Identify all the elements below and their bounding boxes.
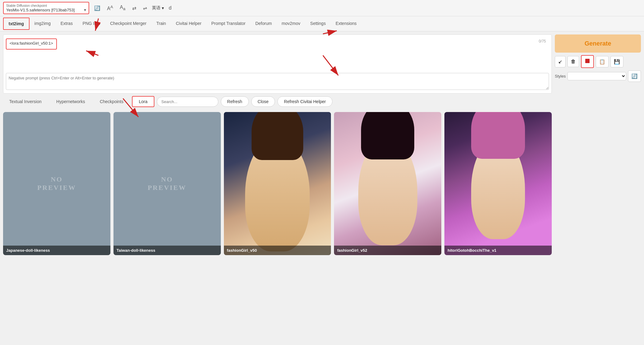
sub-tabs-area: Textual Inversion Hypernetworks Checkpoi…	[3, 96, 552, 107]
refresh-civitai-btn[interactable]: Refresh Civitai Helper	[277, 96, 332, 107]
lora-label-fashion-girl-v52: fashionGirl_v52	[334, 246, 441, 255]
chevron-down-icon: ▾	[84, 7, 86, 12]
generate-button[interactable]: Generate	[555, 34, 641, 53]
styles-label: Styles	[555, 74, 566, 78]
svg-rect-0	[585, 59, 590, 63]
transfer-btn[interactable]: ⇌	[141, 4, 149, 12]
lang-chevron-icon: ▾	[162, 6, 164, 10]
swap-btn[interactable]: ⇄	[130, 4, 138, 12]
tab-checkpoint-merger[interactable]: Checkpoint Merger	[105, 18, 151, 30]
negative-prompt-input[interactable]	[6, 73, 549, 90]
tab-lora[interactable]: Lora	[132, 96, 154, 107]
tab-prompt-translator[interactable]: Prompt Translator	[206, 18, 250, 30]
main-nav: txt2img img2img Extras PNG Info Checkpoi…	[0, 16, 644, 31]
tab-checkpoints[interactable]: Checkpoints	[93, 97, 129, 106]
refresh-checkpoint-btn[interactable]: 🔄	[92, 4, 102, 12]
tab-deforum[interactable]: Deforum	[250, 18, 277, 30]
styles-row: Styles 🔄	[555, 70, 641, 82]
tab-extensions[interactable]: Extensions	[331, 18, 361, 30]
stop-icon	[585, 58, 590, 64]
font-small-btn[interactable]: Aa	[118, 3, 127, 12]
prompt-inner: 0/75 <lora:fashionGirl_v50:1>	[6, 37, 549, 91]
checkpoint-selector[interactable]: Stable Diffusion checkpoint YesMix-V1.5.…	[3, 2, 89, 14]
lora-search-input[interactable]	[157, 97, 218, 107]
checkpoint-value: YesMix-V1.5.safetensors [f713bab753]	[6, 8, 75, 12]
lora-label-hitori-gotoh: hitoriGotohBocchiThe_v1	[444, 246, 552, 255]
lang-selector[interactable]: 英语 ▾	[152, 5, 164, 11]
tab-txt2img[interactable]: txt2img	[3, 18, 30, 30]
main-content: 0/75 <lora:fashionGirl_v50:1> Textual In…	[0, 31, 644, 258]
icon-row: ↙ 🗑 📋 💾	[555, 55, 641, 68]
font-large-btn[interactable]: AA	[105, 3, 115, 13]
arrow-down-left-btn[interactable]: ↙	[555, 56, 566, 67]
trash-btn[interactable]: 🗑	[567, 56, 579, 67]
d-btn[interactable]: d	[167, 4, 173, 12]
prompt-section: 0/75 <lora:fashionGirl_v50:1>	[3, 34, 552, 94]
tab-settings[interactable]: Settings	[305, 18, 331, 30]
lora-label-fashion-girl-v50: fashionGirl_v50	[224, 246, 331, 255]
tab-mov2mov[interactable]: mov2mov	[277, 18, 305, 30]
lora-card-fashion-girl-v50[interactable]: fashionGirl_v50	[224, 112, 331, 255]
tab-civitai-helper[interactable]: Civitai Helper	[171, 18, 206, 30]
lora-card-japanese-doll[interactable]: NOPREVIEW Japanese-doll-likeness	[3, 112, 110, 255]
right-panel: Generate ↙ 🗑 📋 💾 Styles 🔄	[555, 34, 641, 255]
tab-extras[interactable]: Extras	[56, 18, 78, 30]
lang-label: 英语	[152, 5, 161, 11]
no-preview-japanese: NOPREVIEW	[3, 112, 110, 255]
lora-card-hitori-gotoh[interactable]: hitoriGotohBocchiThe_v1	[444, 112, 552, 255]
close-lora-btn[interactable]: Close	[251, 96, 275, 107]
left-panel: 0/75 <lora:fashionGirl_v50:1> Textual In…	[3, 34, 552, 255]
stop-btn[interactable]	[581, 55, 594, 68]
tab-textual-inversion[interactable]: Textual Inversion	[3, 97, 48, 106]
save-btn[interactable]: 💾	[610, 56, 623, 67]
lora-card-taiwan-doll[interactable]: NOPREVIEW Taiwan-doll-likeness	[113, 112, 221, 255]
checkpoint-label: Stable Diffusion checkpoint	[6, 4, 86, 7]
tab-train[interactable]: Train	[151, 18, 171, 30]
styles-refresh-btn[interactable]: 🔄	[628, 70, 641, 82]
lora-grid: NOPREVIEW Japanese-doll-likeness NOPREVI…	[3, 112, 552, 255]
no-preview-taiwan: NOPREVIEW	[113, 112, 221, 255]
prompt-counter: 0/75	[539, 39, 546, 43]
lora-label-japanese-doll: Japanese-doll-likeness	[3, 246, 110, 255]
prompt-text-display[interactable]: <lora:fashionGirl_v50:1>	[6, 38, 57, 50]
styles-select[interactable]	[567, 72, 626, 80]
refresh-lora-btn[interactable]: Refresh	[221, 96, 249, 107]
tab-png-info[interactable]: PNG Info	[78, 18, 105, 30]
clipboard-btn[interactable]: 📋	[596, 56, 609, 67]
tab-hypernetworks[interactable]: Hypernetworks	[50, 97, 91, 106]
tab-img2img[interactable]: img2img	[30, 18, 56, 30]
lora-card-fashion-girl-v52[interactable]: fashionGirl_v52	[334, 112, 441, 255]
lora-label-taiwan-doll: Taiwan-doll-likeness	[113, 246, 221, 255]
